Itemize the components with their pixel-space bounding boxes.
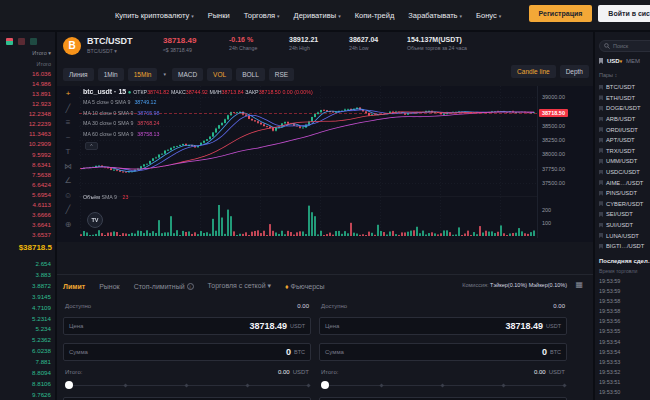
ask-row[interactable]: 6.6424 bbox=[0, 181, 51, 188]
pair-row-cyber[interactable]: CYBER/USDT bbox=[599, 199, 650, 210]
pair-row-arb[interactable]: ARB/USDT bbox=[599, 114, 650, 125]
ask-row[interactable]: 16.036 bbox=[0, 70, 51, 77]
star-icon[interactable] bbox=[599, 170, 603, 175]
depth-button[interactable]: Depth bbox=[560, 65, 589, 78]
pair-row-luna[interactable]: LUNA/USDT bbox=[599, 230, 650, 241]
layout-grid-icon[interactable]: ▦ bbox=[575, 280, 583, 289]
ask-row[interactable]: 3.6537 bbox=[0, 231, 51, 238]
star-icon[interactable] bbox=[599, 233, 603, 238]
ask-row[interactable]: 11.3463 bbox=[0, 130, 51, 137]
nav-item-рынки[interactable]: Рынки bbox=[208, 11, 230, 20]
position-tool-icon[interactable]: ∠ bbox=[64, 177, 71, 185]
candle-line-button[interactable]: Candle line bbox=[511, 65, 556, 78]
bid-row[interactable]: 5.234 bbox=[0, 325, 51, 332]
order-tab-4[interactable]: ♦Фьючерсы bbox=[285, 283, 325, 290]
order-tab-1[interactable]: Рынок bbox=[99, 283, 120, 290]
star-icon[interactable] bbox=[599, 148, 603, 153]
bid-row[interactable]: 7.881 bbox=[0, 358, 51, 365]
pair-row-aime…[interactable]: AIME…/USDT bbox=[599, 177, 650, 188]
favorites-icon[interactable] bbox=[599, 58, 603, 64]
bid-row[interactable]: 8.8094 bbox=[0, 369, 51, 376]
chart-plot[interactable]: btc_usdt · 15 ● ОТКР38741.82 МАКС38744.9… bbox=[79, 86, 537, 238]
pair-row-pins[interactable]: PINS/USDT bbox=[599, 188, 650, 199]
ask-row[interactable]: 14.986 bbox=[0, 80, 51, 87]
pair-row-sui[interactable]: SUI/USDT bbox=[599, 220, 650, 231]
nav-item-бонус[interactable]: Бонус▾ bbox=[476, 11, 501, 20]
login-button[interactable]: Войти в сис bbox=[598, 5, 650, 22]
pair-row-btc[interactable]: BTC/USDT bbox=[599, 82, 650, 93]
ask-row[interactable]: 3.6666 bbox=[0, 211, 51, 218]
measure-icon[interactable]: ╱ bbox=[66, 206, 71, 214]
star-icon[interactable] bbox=[599, 212, 603, 217]
nav-item-копи-трейд[interactable]: Копи-трейд bbox=[355, 11, 395, 20]
ask-row[interactable]: 12.923 bbox=[0, 100, 51, 107]
star-icon[interactable] bbox=[599, 85, 603, 90]
pairs-column-header[interactable]: Пары ↕ bbox=[599, 72, 617, 78]
interval-1min[interactable]: 1Min bbox=[98, 68, 124, 81]
star-icon[interactable] bbox=[599, 159, 603, 164]
pair-row-sei[interactable]: SEI/USDT bbox=[599, 209, 650, 220]
bid-row[interactable]: 6.0238 bbox=[0, 347, 51, 354]
orderbook-both-icon[interactable] bbox=[6, 38, 13, 45]
ask-row[interactable]: 13.891 bbox=[0, 90, 51, 97]
price-axis[interactable]: 39000.0038500.0038250.0038000.0037750.00… bbox=[537, 86, 593, 238]
indicator-vol[interactable]: VOL bbox=[207, 68, 232, 81]
pair-row-apt[interactable]: APT/USDT bbox=[599, 135, 650, 146]
nav-item-купить-криптовалюту[interactable]: Купить криптовалюту▾ bbox=[115, 11, 194, 20]
pair-row-trx[interactable]: TRX/USDT bbox=[599, 146, 650, 157]
indicator-macd[interactable]: MACD bbox=[172, 68, 203, 81]
tab-mem[interactable]: МЕМ bbox=[626, 58, 640, 64]
crosshair-icon[interactable]: + bbox=[66, 90, 71, 98]
bid-row[interactable]: 5.2362 bbox=[0, 336, 51, 343]
amount-input[interactable]: Сумма 0 BTC bbox=[319, 343, 567, 361]
slider-knob[interactable] bbox=[321, 381, 329, 389]
star-icon[interactable] bbox=[599, 127, 603, 132]
pattern-icon[interactable]: ⋈ bbox=[64, 163, 72, 171]
star-icon[interactable] bbox=[599, 244, 603, 249]
bid-row[interactable]: 3.883 bbox=[0, 271, 51, 278]
bid-row[interactable]: 9.7626 bbox=[0, 391, 51, 398]
curve-icon[interactable]: ~ bbox=[66, 134, 71, 142]
line-chart-button[interactable]: Линия bbox=[63, 68, 94, 81]
ask-row[interactable]: 12.2348 bbox=[0, 110, 51, 117]
pair-row-eth[interactable]: ETH/USDT bbox=[599, 93, 650, 104]
pair-row-umm[interactable]: UMM/USDT bbox=[599, 156, 650, 167]
pair-row-doge[interactable]: DOGE/USDT bbox=[599, 103, 650, 114]
star-icon[interactable] bbox=[599, 117, 603, 122]
price-input[interactable]: Цена 38718.49 USDT bbox=[319, 317, 567, 335]
bid-row[interactable]: 3.9145 bbox=[0, 293, 51, 300]
ask-row[interactable]: 4.6113 bbox=[0, 201, 51, 208]
bid-row[interactable]: 2.654 bbox=[0, 260, 51, 267]
price-input[interactable]: Цена 38718.49 USDT bbox=[63, 317, 311, 335]
nav-item-деривативы[interactable]: Деривативы▾ bbox=[294, 11, 341, 20]
indicator-rse[interactable]: RSE bbox=[269, 68, 294, 81]
order-tab-2[interactable]: Стоп-лимитныйi bbox=[134, 283, 194, 290]
pair-row-ordi[interactable]: ORDI/USDT bbox=[599, 124, 650, 135]
star-icon[interactable] bbox=[599, 138, 603, 143]
ask-row[interactable]: 12.2239 bbox=[0, 120, 51, 127]
interval-dropdown-icon[interactable]: ▾ bbox=[161, 68, 168, 80]
order-tab-3[interactable]: Торговля с сеткой ▾ bbox=[208, 282, 271, 290]
orderbook-bids-icon[interactable] bbox=[30, 38, 37, 45]
trendline-icon[interactable]: ╱ bbox=[66, 105, 71, 113]
search-input[interactable]: Поиск bbox=[599, 40, 650, 52]
star-icon[interactable] bbox=[599, 106, 603, 111]
emoji-tool-icon[interactable]: ☺ bbox=[64, 192, 72, 200]
pair-title[interactable]: BTC/USDT BTC/USDT ▾ bbox=[87, 36, 133, 54]
ask-row[interactable]: 10.2909 bbox=[0, 140, 51, 147]
tab-usd[interactable]: USD▾ bbox=[607, 58, 622, 64]
bid-row[interactable]: 8.8106 bbox=[0, 380, 51, 387]
star-icon[interactable] bbox=[599, 95, 603, 100]
bid-row[interactable]: 4.7109 bbox=[0, 304, 51, 311]
amount-slider[interactable] bbox=[321, 381, 565, 389]
amount-input[interactable]: Сумма 0 BTC bbox=[63, 343, 311, 361]
star-icon[interactable] bbox=[599, 223, 603, 228]
legend-collapse-button[interactable]: ^ bbox=[85, 142, 98, 150]
orderbook-grouping-select[interactable]: Итого ▾ bbox=[32, 50, 51, 56]
zoom-in-icon[interactable]: ⊕ bbox=[65, 221, 72, 229]
bid-row[interactable]: 5.2314 bbox=[0, 315, 51, 322]
orderbook-asks-icon[interactable] bbox=[18, 38, 25, 45]
tradingview-logo[interactable]: TV bbox=[87, 212, 103, 228]
bid-row[interactable]: 3.8872 bbox=[0, 282, 51, 289]
ask-row[interactable]: 5.6954 bbox=[0, 191, 51, 198]
